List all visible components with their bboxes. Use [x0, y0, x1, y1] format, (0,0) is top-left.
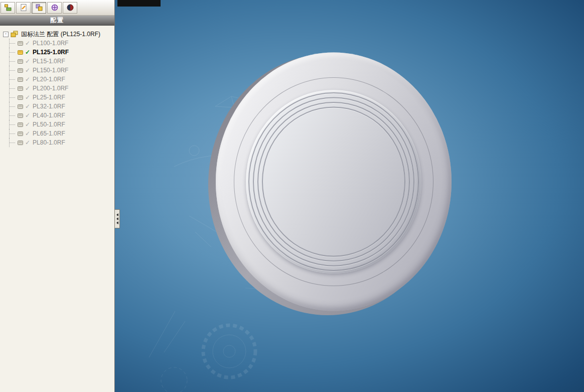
collapse-toggle-icon[interactable]: -	[3, 32, 9, 37]
config-check-icon: ✓	[25, 94, 30, 100]
dimxpertmanager-tab[interactable]	[47, 2, 62, 14]
config-check-icon: ✓	[25, 121, 30, 127]
displaymanager-icon	[66, 4, 74, 12]
displaymanager-tab[interactable]	[63, 2, 77, 14]
configuration-icon	[17, 130, 24, 137]
config-label: PL32-1.0RF	[33, 103, 65, 110]
config-tree-item[interactable]: ✓ PL125-1.0RF	[9, 48, 114, 57]
config-tree-item[interactable]: ✓ PL65-1.0RF	[9, 129, 114, 138]
config-tree-item[interactable]: ✓ PL100-1.0RF	[9, 39, 114, 48]
flange-bore-chamfer	[270, 115, 397, 248]
config-tree-item[interactable]: ✓ PL32-1.0RF	[9, 102, 114, 111]
configuration-icon	[17, 94, 24, 101]
tree-connector	[9, 102, 17, 111]
configuration-icon	[17, 103, 24, 110]
tree-connector	[9, 48, 17, 57]
config-check-icon: ✓	[25, 112, 30, 118]
configuration-manager-panel: 配置 - 国标法兰 配置 (PL125-1.0RF) ✓ P	[0, 0, 115, 392]
config-check-icon: ✓	[25, 85, 30, 91]
tree-connector	[9, 66, 17, 75]
config-tree-item[interactable]: ✓ PL150-1.0RF	[9, 66, 114, 75]
configuration-icon	[17, 67, 24, 74]
config-label: PL125-1.0RF	[33, 49, 69, 56]
collapse-arrow-icon	[116, 217, 118, 220]
config-check-icon: ✓	[25, 130, 30, 137]
configuration-icon	[17, 76, 24, 83]
tree-connector	[9, 57, 17, 66]
config-tree-item[interactable]: ✓ PL200-1.0RF	[9, 84, 114, 93]
config-label: PL15-1.0RF	[33, 58, 65, 65]
configuration-icon	[17, 58, 24, 65]
configuration-icon	[17, 112, 24, 119]
tree-connector	[9, 138, 17, 147]
configurationmanager-icon	[35, 4, 43, 12]
tree-connector	[9, 129, 17, 138]
panel-splitter-handle[interactable]	[114, 209, 120, 228]
config-check-icon: ✓	[25, 67, 30, 73]
featuremanager-icon	[4, 4, 12, 12]
configurations-root-icon	[11, 31, 18, 38]
collapse-arrow-icon	[116, 221, 118, 224]
manager-tab-bar	[0, 0, 114, 16]
panel-header-label: 配置	[50, 16, 64, 25]
config-tree-item[interactable]: ✓ PL25-1.0RF	[9, 93, 114, 102]
config-check-icon: ✓	[25, 49, 30, 55]
configurationmanager-tab[interactable]	[32, 2, 46, 14]
tree-connector	[9, 111, 17, 120]
viewport-3d[interactable]	[115, 0, 584, 392]
config-tree: - 国标法兰 配置 (PL125-1.0RF) ✓ PL100-1.0RF	[0, 26, 114, 392]
configuration-icon	[17, 49, 24, 56]
tree-connector	[9, 120, 17, 129]
config-tree-item[interactable]: ✓ PL50-1.0RF	[9, 120, 114, 129]
configuration-icon	[17, 40, 24, 47]
tree-connector	[9, 39, 17, 48]
panel-header: 配置	[0, 16, 114, 26]
config-tree-item[interactable]: ✓ PL20-1.0RF	[9, 75, 114, 84]
config-tree-item[interactable]: ✓ PL15-1.0RF	[9, 57, 114, 66]
config-label: PL20-1.0RF	[33, 76, 65, 83]
config-check-icon: ✓	[25, 40, 30, 46]
config-label: PL100-1.0RF	[33, 40, 68, 47]
config-label: PL200-1.0RF	[33, 85, 68, 92]
config-label: PL150-1.0RF	[33, 67, 68, 74]
config-label: PL65-1.0RF	[33, 130, 65, 137]
viewport-top-strip	[117, 0, 161, 7]
config-check-icon: ✓	[25, 103, 30, 109]
configuration-icon	[17, 121, 24, 128]
tree-connector	[9, 84, 17, 93]
propertymanager-icon	[20, 4, 28, 12]
configuration-icon	[17, 140, 24, 146]
configuration-icon	[17, 85, 24, 92]
tree-connector	[9, 93, 17, 102]
collapse-arrow-icon	[116, 213, 118, 216]
dimxpertmanager-icon	[51, 4, 59, 12]
tree-connector	[9, 75, 17, 84]
config-label: PL25-1.0RF	[33, 94, 65, 101]
config-tree-item[interactable]: ✓ PL40-1.0RF	[9, 111, 114, 120]
config-check-icon: ✓	[25, 76, 30, 82]
solidworks-window: 配置 - 国标法兰 配置 (PL125-1.0RF) ✓ P	[0, 0, 584, 392]
propertymanager-tab[interactable]	[16, 2, 31, 14]
config-label: PL80-1.0RF	[33, 139, 65, 146]
config-label: PL50-1.0RF	[33, 121, 65, 128]
featuremanager-tab[interactable]	[1, 2, 15, 14]
config-check-icon: ✓	[25, 58, 30, 64]
config-check-icon: ✓	[25, 140, 30, 146]
config-tree-root[interactable]: - 国标法兰 配置 (PL125-1.0RF)	[2, 30, 114, 39]
config-list: ✓ PL100-1.0RF ✓ PL125-1.0RF ✓ PL15-1.0RF	[9, 39, 114, 147]
config-root-label: 国标法兰 配置 (PL125-1.0RF)	[21, 30, 100, 39]
config-label: PL40-1.0RF	[33, 112, 65, 119]
config-tree-item[interactable]: ✓ PL80-1.0RF	[9, 138, 114, 147]
